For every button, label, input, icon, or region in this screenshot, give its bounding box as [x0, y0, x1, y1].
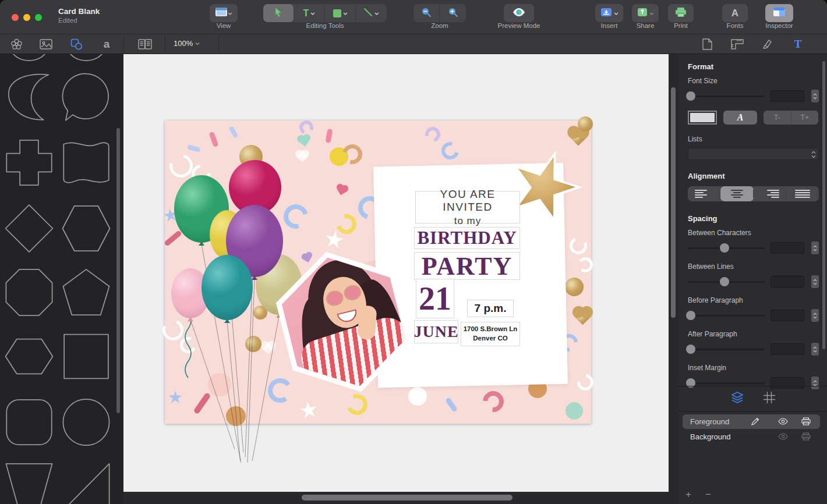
- alignment-align-justify-button[interactable]: [786, 186, 819, 201]
- text-tool-button[interactable]: T: [294, 4, 325, 22]
- select-tool-button[interactable]: [263, 4, 294, 22]
- zoom-level-dropdown[interactable]: 100%: [174, 39, 200, 48]
- shape-template-hexagon[interactable]: [61, 201, 112, 256]
- document-inspector-icon[interactable]: [699, 37, 715, 52]
- geometry-ruler-icon[interactable]: [730, 37, 745, 52]
- spacing-slider-knob[interactable]: [686, 345, 695, 354]
- spacing-value-field[interactable]: [771, 276, 804, 288]
- preview-mode-label: Preview Mode: [498, 22, 540, 29]
- font-size-slider[interactable]: [688, 91, 765, 101]
- shape-template-square[interactable]: [61, 329, 112, 384]
- fill-brush-icon[interactable]: [760, 37, 775, 52]
- address-textbox[interactable]: 1700 S.Brown Ln Denver CO: [461, 322, 520, 346]
- font-size-decrease-increase[interactable]: T- T+: [764, 111, 818, 125]
- zoom-out-button[interactable]: [414, 4, 440, 22]
- edit-layer-pencil-icon[interactable]: [750, 416, 761, 427]
- shape-template-speech[interactable]: [61, 69, 112, 124]
- fonts-button[interactable]: A: [722, 4, 748, 22]
- sidebar-scrollbar[interactable]: [116, 128, 120, 413]
- shape-template-moon[interactable]: [3, 69, 55, 124]
- spacing-slider-knob[interactable]: [720, 277, 729, 286]
- text-object-icon[interactable]: a: [99, 37, 114, 52]
- alignment-align-left-button[interactable]: [688, 186, 720, 201]
- spacing-slider-knob[interactable]: [720, 243, 729, 253]
- decrease-size-button[interactable]: T-: [764, 111, 791, 125]
- spacing-stepper[interactable]: [811, 309, 819, 322]
- shape-template-hexwide[interactable]: [3, 329, 55, 384]
- layer-row-background[interactable]: Background: [683, 430, 820, 444]
- birthday-textbox[interactable]: BIRTHDAY: [414, 227, 520, 249]
- invite-textbox[interactable]: YOU ARE INVITED to my: [415, 191, 520, 223]
- party-textbox[interactable]: PARTY: [414, 252, 520, 280]
- shape-template-rtriangle[interactable]: [61, 459, 112, 504]
- shape-tool-button[interactable]: [325, 4, 356, 22]
- print-button[interactable]: [668, 4, 694, 22]
- pages-book-icon[interactable]: [137, 37, 153, 52]
- inspector-button[interactable]: [765, 4, 793, 22]
- spacing-slider[interactable]: [688, 345, 765, 354]
- shape-template-trapezoid[interactable]: [3, 459, 55, 504]
- spacing-slider[interactable]: [688, 311, 765, 320]
- zoom-window-button[interactable]: [35, 14, 42, 21]
- layer-visibility-eye-icon[interactable]: [777, 416, 789, 427]
- shape-template-flag[interactable]: [61, 135, 112, 190]
- image-icon[interactable]: [38, 37, 54, 52]
- shape-template-circle-partial[interactable]: [61, 54, 112, 66]
- lists-dropdown[interactable]: [688, 148, 819, 160]
- canvas-vertical-scrollbar[interactable]: [671, 87, 676, 318]
- increase-size-button[interactable]: T+: [791, 111, 819, 125]
- spacing-slider[interactable]: [688, 277, 765, 286]
- shape-template-cross[interactable]: [3, 135, 55, 190]
- font-size-stepper[interactable]: [811, 90, 819, 102]
- canvas-vertical-scrollbar-track[interactable]: [669, 54, 678, 492]
- shapes-icon[interactable]: [69, 37, 84, 52]
- close-window-button[interactable]: [12, 14, 19, 21]
- inspector-scrollbar[interactable]: [822, 61, 825, 349]
- insert-button[interactable]: [595, 4, 623, 22]
- shape-template-diamond[interactable]: [3, 201, 55, 256]
- shape-template-octagon[interactable]: [3, 265, 55, 320]
- font-size-slider-knob[interactable]: [686, 91, 695, 101]
- text-inspector-icon[interactable]: T: [790, 37, 805, 52]
- alignment-align-right-button[interactable]: [754, 186, 786, 201]
- canvas-horizontal-scrollbar-track[interactable]: [123, 492, 678, 504]
- layer-row-foreground[interactable]: Foreground: [683, 414, 820, 429]
- spacing-slider-knob[interactable]: [686, 311, 695, 320]
- add-layer-button[interactable]: +: [685, 489, 691, 501]
- layer-printable-printer-icon[interactable]: [800, 431, 812, 442]
- zoom-in-button[interactable]: [440, 4, 466, 22]
- spacing-value-field[interactable]: [771, 310, 804, 321]
- canvas-horizontal-scrollbar[interactable]: [302, 495, 513, 501]
- remove-layer-button[interactable]: −: [705, 489, 711, 501]
- share-button[interactable]: [632, 4, 659, 22]
- minimize-window-button[interactable]: [23, 14, 30, 21]
- month-textbox[interactable]: JUNE: [414, 320, 458, 343]
- spacing-value-field[interactable]: [771, 343, 804, 355]
- tab-grid[interactable]: [763, 391, 776, 406]
- spacing-stepper[interactable]: [811, 343, 819, 356]
- shape-template-pentagon[interactable]: [61, 265, 112, 320]
- card-page[interactable]: YOU ARE INVITED to my BIRTHDAY PARTY 21 …: [165, 120, 591, 424]
- balloon[interactable]: [202, 255, 253, 320]
- time-textbox[interactable]: 7 p.m.: [467, 300, 514, 317]
- shape-template-circle[interactable]: [61, 395, 112, 450]
- font-size-value-field[interactable]: [771, 90, 804, 102]
- spacing-stepper[interactable]: [811, 242, 819, 254]
- tab-layers[interactable]: [730, 391, 744, 406]
- day-textbox[interactable]: 21: [416, 279, 454, 318]
- spacing-value-field[interactable]: [771, 242, 804, 254]
- shape-template-roundsquare[interactable]: [3, 395, 55, 450]
- spacing-stepper[interactable]: [811, 275, 819, 288]
- clipart-flower-icon[interactable]: [9, 37, 24, 52]
- view-button[interactable]: [210, 4, 238, 22]
- layer-printable-printer-icon[interactable]: [800, 416, 812, 427]
- layer-visibility-eye-icon[interactable]: [777, 431, 789, 442]
- alignment-align-center-button[interactable]: [720, 186, 753, 201]
- shape-template-circle-partial[interactable]: [3, 54, 55, 66]
- preview-mode-button[interactable]: [504, 4, 534, 22]
- font-style-button[interactable]: A: [723, 111, 757, 125]
- text-color-well[interactable]: [688, 111, 717, 125]
- line-tool-button[interactable]: [356, 4, 387, 22]
- document-canvas[interactable]: YOU ARE INVITED to my BIRTHDAY PARTY 21 …: [123, 54, 669, 492]
- spacing-slider[interactable]: [688, 243, 765, 253]
